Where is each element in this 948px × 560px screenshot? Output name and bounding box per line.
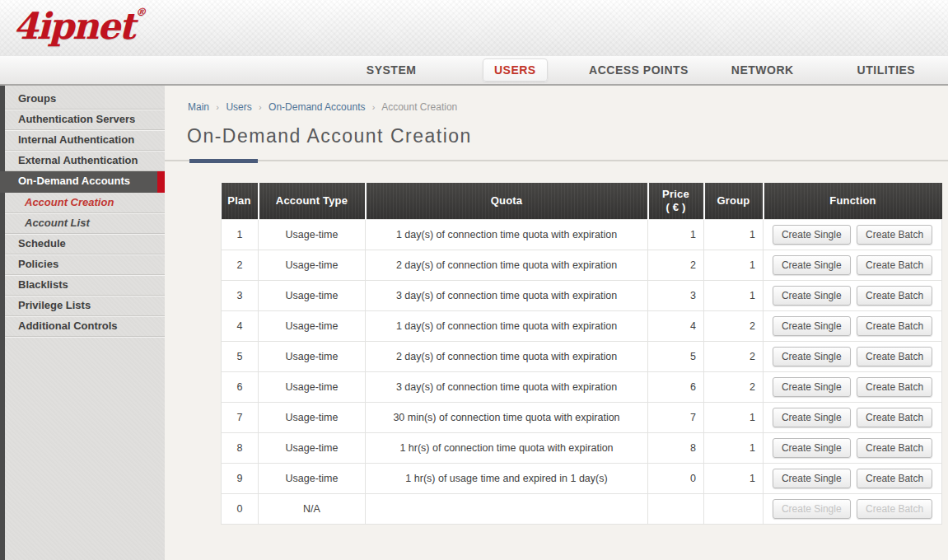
- sidebar-item-groups[interactable]: Groups: [5, 89, 165, 110]
- create-single-button[interactable]: Create Single: [773, 347, 851, 366]
- create-single-button[interactable]: Create Single: [773, 316, 851, 336]
- cell-plan: 8: [222, 432, 259, 463]
- cell-quota: 3 day(s) of connection time quota with e…: [366, 280, 648, 310]
- cell-quota: 3 day(s) of connection time quota with e…: [366, 371, 648, 402]
- plans-table-body: 1 Usage-time 1 day(s) of connection time…: [222, 219, 942, 524]
- title-rule-accent: [189, 159, 258, 163]
- create-single-button[interactable]: Create Single: [773, 255, 851, 275]
- breadcrumb-on-demand-accounts[interactable]: On-Demand Accounts: [269, 101, 365, 113]
- nav-cell-network: NETWORK: [701, 63, 824, 77]
- cell-plan: 0: [222, 493, 259, 524]
- plan-row: 5 Usage-time 2 day(s) of connection time…: [222, 341, 942, 371]
- cell-account-type: N/A: [259, 493, 366, 524]
- breadcrumb-separator-icon: ›: [372, 102, 376, 112]
- sidebar-item-privilege-lists[interactable]: Privilege Lists: [5, 296, 165, 316]
- plan-row: 6 Usage-time 3 day(s) of connection time…: [222, 371, 942, 402]
- sidebar-item-internal-authentication[interactable]: Internal Authentication: [5, 130, 165, 151]
- breadcrumb-main[interactable]: Main: [188, 101, 209, 113]
- breadcrumb: Main › Users › On-Demand Accounts › Acco…: [188, 101, 948, 113]
- sidebar-item-schedule[interactable]: Schedule: [5, 234, 165, 254]
- cell-price: 2: [648, 250, 704, 280]
- create-single-button[interactable]: Create Single: [773, 286, 851, 306]
- cell-price: 7: [648, 402, 704, 432]
- cell-plan: 4: [222, 310, 259, 341]
- cell-account-type: Usage-time: [259, 250, 366, 280]
- plan-row: 7 Usage-time 30 min(s) of connection tim…: [222, 402, 942, 432]
- sidebar-item-additional-controls[interactable]: Additional Controls: [5, 316, 165, 337]
- registered-trademark-icon: ®: [135, 6, 146, 18]
- cell-group: 1: [704, 463, 764, 493]
- top-nav-items: SYSTEM USERS ACCESS POINTS NETWORK UTILI…: [329, 56, 948, 84]
- brand-logo-text: 4ipnet: [13, 5, 133, 47]
- sidebar-item-policies[interactable]: Policies: [5, 254, 165, 275]
- cell-price: 1: [648, 219, 704, 250]
- cell-account-type: Usage-time: [259, 310, 366, 341]
- cell-quota: 2 day(s) of connection time quota with e…: [366, 341, 648, 371]
- plan-row: 8 Usage-time 1 hr(s) of connection time …: [222, 432, 942, 463]
- create-batch-button: Create Batch: [857, 499, 932, 519]
- cell-group: 1: [704, 280, 764, 310]
- nav-item-utilities[interactable]: UTILITIES: [857, 63, 916, 77]
- create-single-button[interactable]: Create Single: [773, 377, 851, 397]
- cell-quota: [366, 493, 648, 524]
- plan-row: 1 Usage-time 1 day(s) of connection time…: [222, 219, 942, 250]
- plan-row: 4 Usage-time 1 day(s) of connection time…: [222, 310, 942, 341]
- sidebar-subitem-account-list[interactable]: Account List: [5, 213, 165, 234]
- cell-group: 1: [704, 402, 764, 432]
- cell-quota: 1 hr(s) of connection time quota with ex…: [366, 432, 648, 463]
- cell-price: 3: [648, 280, 704, 310]
- cell-price: 0: [648, 463, 704, 493]
- sidebar-item-blacklists[interactable]: Blacklists: [5, 275, 165, 296]
- page-title: On-Demand Account Creation: [187, 125, 948, 147]
- plan-row: 3 Usage-time 3 day(s) of connection time…: [222, 280, 942, 310]
- nav-item-network[interactable]: NETWORK: [731, 63, 794, 77]
- column-header-group: Group: [704, 183, 764, 219]
- brand-logo: 4ipnet®: [13, 5, 146, 47]
- cell-plan: 6: [222, 371, 259, 402]
- cell-plan: 2: [222, 250, 259, 280]
- cell-quota: 1 day(s) of connection time quota with e…: [366, 310, 648, 341]
- cell-group: 1: [704, 219, 764, 250]
- nav-item-system[interactable]: SYSTEM: [367, 63, 417, 77]
- nav-cell-system: SYSTEM: [329, 63, 453, 77]
- create-single-button[interactable]: Create Single: [773, 225, 851, 245]
- content: Groups Authentication Servers Internal A…: [0, 86, 948, 560]
- create-batch-button[interactable]: Create Batch: [857, 347, 932, 366]
- create-batch-button[interactable]: Create Batch: [857, 225, 932, 245]
- plan-row: 0 N/A Create Single Create Batch: [222, 493, 942, 524]
- cell-plan: 9: [222, 463, 259, 493]
- cell-plan: 3: [222, 280, 259, 310]
- cell-function: Create Single Create Batch: [764, 432, 942, 463]
- sidebar-item-on-demand-accounts[interactable]: On-Demand Accounts: [0, 171, 165, 193]
- nav-item-users[interactable]: USERS: [483, 58, 548, 82]
- column-header-plan: Plan: [222, 183, 259, 219]
- nav-item-access-points[interactable]: ACCESS POINTS: [589, 63, 689, 77]
- sidebar-item-authentication-servers[interactable]: Authentication Servers: [5, 110, 165, 130]
- create-batch-button[interactable]: Create Batch: [857, 408, 932, 427]
- plans-table-header: Plan Account Type Quota Price ( € ) Grou…: [222, 183, 942, 219]
- create-batch-button[interactable]: Create Batch: [857, 316, 932, 336]
- create-single-button[interactable]: Create Single: [773, 469, 851, 488]
- create-batch-button[interactable]: Create Batch: [857, 469, 932, 488]
- cell-quota: 2 day(s) of connection time quota with e…: [366, 250, 648, 280]
- create-single-button[interactable]: Create Single: [773, 438, 851, 458]
- create-batch-button[interactable]: Create Batch: [857, 255, 932, 275]
- create-batch-button[interactable]: Create Batch: [857, 377, 932, 397]
- cell-function: Create Single Create Batch: [764, 310, 942, 341]
- cell-plan: 1: [222, 219, 259, 250]
- cell-account-type: Usage-time: [259, 402, 366, 432]
- nav-cell-access-points: ACCESS POINTS: [577, 63, 700, 77]
- create-single-button[interactable]: Create Single: [773, 408, 851, 427]
- sidebar: Groups Authentication Servers Internal A…: [0, 86, 165, 560]
- column-header-account-type: Account Type: [259, 183, 366, 219]
- create-single-button: Create Single: [773, 499, 851, 519]
- create-batch-button[interactable]: Create Batch: [857, 286, 932, 306]
- sidebar-subitem-account-creation[interactable]: Account Creation: [5, 193, 165, 213]
- cell-account-type: Usage-time: [259, 432, 366, 463]
- top-nav: SYSTEM USERS ACCESS POINTS NETWORK UTILI…: [0, 56, 948, 86]
- sidebar-item-external-authentication[interactable]: External Authentication: [5, 151, 165, 171]
- breadcrumb-users[interactable]: Users: [226, 101, 251, 113]
- breadcrumb-separator-icon: ›: [216, 102, 219, 112]
- create-batch-button[interactable]: Create Batch: [857, 438, 932, 458]
- cell-price: 8: [648, 432, 704, 463]
